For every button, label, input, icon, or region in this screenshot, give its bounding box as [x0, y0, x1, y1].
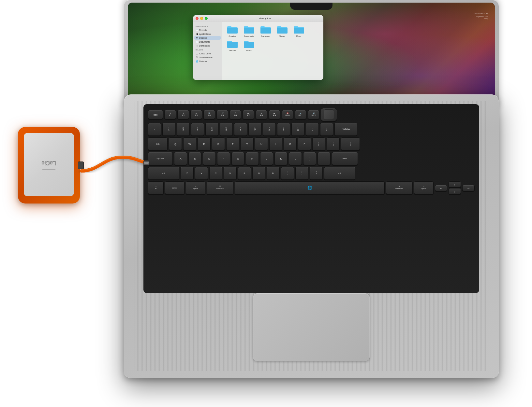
key-arrow-right[interactable]: → [462, 185, 475, 191]
key-minus[interactable]: _ - [306, 123, 319, 136]
key-f2[interactable]: ☀ F2 [177, 110, 189, 119]
key-comma[interactable]: < , [281, 167, 294, 180]
key-touch-id[interactable] [321, 108, 337, 121]
key-f5[interactable]: 🎤 F5 [216, 110, 228, 119]
key-command-right[interactable]: ⌘ command [386, 181, 413, 194]
key-6[interactable]: ^ 6 [234, 123, 247, 136]
key-j[interactable]: J [260, 152, 273, 165]
key-g[interactable]: G [231, 152, 244, 165]
zoom-button[interactable] [205, 17, 208, 20]
key-delete[interactable]: delete [334, 123, 357, 136]
key-e[interactable]: E [198, 137, 211, 150]
key-backslash[interactable]: | \ [341, 137, 360, 150]
key-9[interactable]: ( 9 [277, 123, 290, 136]
key-m[interactable]: M [267, 167, 280, 180]
key-l[interactable]: L [289, 152, 302, 165]
minimize-button[interactable] [200, 17, 203, 20]
key-0[interactable]: ) 0 [291, 123, 304, 136]
sidebar-item-recents[interactable]: 🕐 Recents [194, 28, 221, 32]
key-space[interactable]: 🌐 [235, 181, 385, 194]
key-d[interactable]: D [203, 152, 216, 165]
key-caps-lock[interactable]: caps lock [148, 152, 173, 165]
key-f10[interactable]: 🔇 F10 [282, 110, 293, 119]
key-c[interactable]: C [209, 167, 222, 180]
key-5[interactable]: % 5 [220, 123, 233, 136]
key-arrow-down[interactable]: ↓ [449, 188, 461, 194]
key-3[interactable]: # 3 [191, 123, 204, 136]
key-f4[interactable]: 🔍 F4 [203, 110, 215, 119]
sidebar-item-timemachine[interactable]: ⏱ Time Machine [194, 55, 221, 59]
key-s[interactable]: S [188, 152, 201, 165]
key-shift-left[interactable]: shift [148, 167, 179, 180]
sidebar-item-downloads[interactable]: ⬇ Downloads [194, 44, 221, 48]
list-item[interactable]: Creative [225, 25, 240, 37]
key-4[interactable]: $ 4 [205, 123, 218, 136]
key-option-left[interactable]: ⌥ option [186, 181, 205, 194]
key-lbracket[interactable]: { [ [312, 137, 325, 150]
key-t[interactable]: T [226, 137, 239, 150]
key-f8[interactable]: ⏸ F8 [256, 110, 267, 119]
key-b[interactable]: B [238, 167, 251, 180]
trackpad[interactable] [253, 293, 370, 361]
key-tab[interactable]: tab [148, 137, 168, 150]
key-p[interactable]: P [298, 137, 311, 150]
key-k[interactable]: K [274, 152, 288, 165]
key-f12[interactable]: 🔊 F12 [308, 110, 319, 119]
folder-documents-icon [243, 25, 255, 35]
sidebar-item-network[interactable]: 🌐 Network [194, 59, 221, 63]
key-x[interactable]: X [195, 167, 208, 180]
key-7[interactable]: & 7 [248, 123, 261, 136]
key-i[interactable]: I [269, 137, 282, 150]
key-option-right[interactable]: ⌥ option [414, 181, 434, 194]
key-esc[interactable]: esc [148, 110, 163, 119]
key-rbracket[interactable]: } ] [327, 137, 340, 150]
key-w[interactable]: W [183, 137, 196, 150]
key-control[interactable]: control [165, 181, 185, 194]
close-button[interactable] [196, 17, 199, 20]
list-item[interactable]: Pictures [225, 39, 240, 51]
key-semicolon[interactable]: : ; [303, 152, 316, 165]
key-backtick[interactable]: ~ ` [148, 123, 161, 136]
key-n[interactable]: N [252, 167, 265, 180]
sidebar-item-applications[interactable]: 📱 Applications [194, 32, 221, 36]
key-command-left[interactable]: ⌘ command [207, 181, 233, 194]
desktop-icon: 🖥 [196, 36, 198, 39]
list-item[interactable]: Music [291, 25, 306, 37]
list-item[interactable]: Movies [275, 25, 289, 37]
list-item[interactable]: Documents [242, 25, 256, 37]
key-slash[interactable]: ? / [310, 167, 323, 180]
key-quote[interactable]: " ' [318, 152, 331, 165]
key-f[interactable]: F [217, 152, 230, 165]
key-o[interactable]: O [284, 137, 297, 150]
key-f7[interactable]: ⏮ F7 [243, 110, 254, 119]
key-a[interactable]: A [174, 152, 187, 165]
key-z[interactable]: Z [181, 167, 194, 180]
key-r[interactable]: R [212, 137, 225, 150]
key-f1[interactable]: ☀ F1 [164, 110, 176, 119]
key-y[interactable]: Y [241, 137, 254, 150]
sidebar-item-documents[interactable]: 📄 Documents [194, 40, 221, 44]
key-v[interactable]: V [224, 167, 237, 180]
sidebar-item-desktop[interactable]: 🖥 Desktop [194, 36, 221, 40]
key-f11[interactable]: 🔉 F11 [295, 110, 306, 119]
key-1[interactable]: ! 1 [162, 123, 175, 136]
key-f9[interactable]: ⏭ F9 [269, 110, 280, 119]
key-u[interactable]: U [255, 137, 268, 150]
key-shift-right[interactable]: shift [324, 167, 355, 180]
sidebar-item-icloud[interactable]: ☁ iCloud Drive [194, 51, 221, 55]
list-item[interactable]: Public [242, 39, 256, 51]
key-f3[interactable]: ⊞ F3 [190, 110, 202, 119]
key-f6[interactable]: ☾ F6 [229, 110, 241, 119]
key-arrow-up[interactable]: ↑ [449, 181, 461, 188]
key-q[interactable]: Q [169, 137, 182, 150]
key-2[interactable]: @ 2 [177, 123, 190, 136]
list-item[interactable]: Downloads [258, 25, 273, 37]
key-return[interactable]: return [332, 152, 358, 165]
key-arrow-left[interactable]: ← [435, 185, 447, 191]
key-fn[interactable]: ⬆ fn [148, 181, 164, 194]
display-screen: dannytion Favourites 🕐 Recents 📱 Applica [128, 3, 495, 107]
key-period[interactable]: > . [295, 167, 308, 180]
key-8[interactable]: * 8 [263, 123, 276, 136]
key-equals[interactable]: + = [320, 123, 333, 136]
key-h[interactable]: H [246, 152, 259, 165]
